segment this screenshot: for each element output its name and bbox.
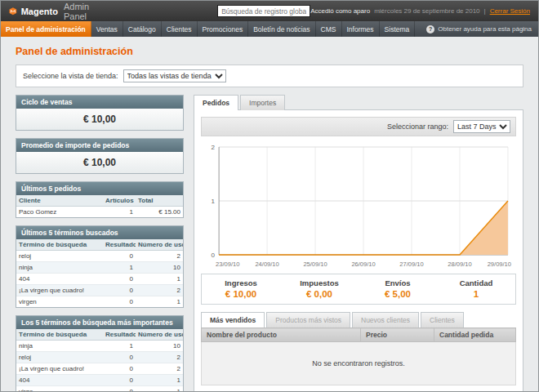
help-link[interactable]: ? Obtener ayuda para esta página: [420, 21, 538, 37]
column-header: Cliente: [16, 195, 103, 207]
cell: 0: [103, 285, 136, 296]
svg-text:24/09/10: 24/09/10: [255, 261, 278, 268]
cell: € 15.00: [136, 207, 183, 218]
cell: virgen: [16, 296, 103, 308]
lifetime-sales-title: Ciclo de ventas: [16, 96, 183, 109]
table-row[interactable]: ¡La virgen que cuadro! 0 2: [16, 285, 183, 296]
stat-ingresos: Ingresos € 10,00: [202, 274, 280, 304]
stat-impuestos: Impuestos € 0,00: [280, 274, 359, 304]
cell: 1: [136, 386, 183, 392]
help-icon: ?: [426, 25, 434, 33]
stat-label: Impuestos: [280, 278, 359, 287]
magento-admin-page: Magento Admin Panel Accedió como aparo m…: [0, 0, 539, 392]
stat-cantidad: Cantidad 1: [437, 274, 515, 304]
last-orders-title: Últimos 5 pedidos: [16, 182, 183, 195]
current-date: miércoles 29 de septiembre de 2010: [374, 7, 479, 15]
top-search-terms-table: Término de búsqueda Resultados Número de…: [16, 329, 183, 392]
table-row[interactable]: ¡La virgen que cuadro! 0 2: [16, 363, 183, 375]
last-search-terms-title: Últimos 5 términos buscados: [16, 226, 183, 239]
last-orders-table: Cliente Artículos Total Paco Gomez 1 € 1…: [16, 195, 183, 217]
logout-link[interactable]: Cerrar Sesión: [490, 7, 530, 15]
cell: 404: [16, 274, 103, 285]
cell: 1: [103, 341, 136, 352]
cell: 0: [103, 386, 136, 392]
help-label: Obtener ayuda para esta página: [438, 25, 532, 33]
brand-name: Magento: [21, 7, 58, 16]
user-area: Accedió como aparo miércoles 29 de septi…: [310, 7, 530, 15]
separator: |: [484, 7, 486, 15]
content-area: Panel de administración Seleccione la vi…: [1, 37, 538, 392]
range-select[interactable]: Last 7 Days: [453, 120, 510, 133]
svg-text:23/09/10: 23/09/10: [216, 261, 239, 268]
svg-text:1: 1: [212, 198, 216, 205]
range-label: Seleccionar rango:: [387, 122, 448, 131]
column-header: Número de usos: [136, 329, 183, 341]
nav-item-catalogo[interactable]: Catálogo: [123, 21, 162, 37]
svg-text:26/09/10: 26/09/10: [351, 261, 375, 268]
svg-text:27/09/10: 27/09/10: [399, 261, 423, 268]
logged-in-text: Accedió como aparo: [310, 7, 370, 15]
column-header: Precio: [361, 328, 434, 342]
last-search-terms-table: Término de búsqueda Resultados Número de…: [16, 239, 183, 307]
tab-importes[interactable]: Importes: [240, 95, 285, 110]
nav-item-panel-administracion[interactable]: Panel de administración: [1, 21, 91, 37]
tab-mas-vendidos[interactable]: Más vendidos: [201, 312, 265, 327]
stat-label: Cantidad: [437, 278, 515, 287]
stat-value: 1: [437, 289, 515, 299]
nav-item-ventas[interactable]: Ventas: [91, 21, 123, 37]
column-header: Término de búsqueda: [16, 329, 103, 341]
dashboard-left-column: Ciclo de ventas € 10,00 Promedio de impo…: [16, 95, 184, 392]
chart-panel: Seleccionar rango: Last 7 Days 01223/09/…: [194, 109, 523, 392]
store-switcher: Seleccione la vista de tienda: Todas las…: [16, 65, 523, 87]
nav-item-cms[interactable]: CMS: [316, 21, 342, 37]
table-row[interactable]: 404 0 1: [16, 375, 183, 386]
cell: 2: [136, 285, 183, 296]
column-header: Resultados: [103, 239, 136, 251]
column-header: Resultados: [103, 329, 136, 341]
nav-item-promociones[interactable]: Promociones: [198, 21, 249, 37]
tab-nuevos-clientes[interactable]: Nuevos clientes: [352, 312, 419, 327]
table-row[interactable]: Paco Gomez 1 € 15.00: [16, 207, 183, 218]
top-search-terms-panel: Los 5 términos de búsqueda más important…: [16, 315, 184, 392]
table-row[interactable]: virge 0 1: [16, 386, 183, 392]
store-view-select[interactable]: Todas las vistas de tienda: [123, 69, 226, 82]
cell: 10: [136, 262, 183, 274]
brand-suffix: Admin Panel: [64, 2, 96, 21]
table-row[interactable]: reloj 0 2: [16, 352, 183, 363]
nav-item-clientes[interactable]: Clientes: [162, 21, 198, 37]
tab-productos-mas-vistos[interactable]: Productos más vistos: [266, 312, 350, 327]
table-row[interactable]: ninja 1 10: [16, 341, 183, 352]
tab-clientes[interactable]: Clientes: [421, 312, 464, 327]
cell: 0: [103, 363, 136, 375]
cell: 1: [103, 207, 136, 218]
magento-logo[interactable]: Magento Admin Panel: [9, 2, 96, 21]
chart-tabs: Pedidos Importes: [194, 95, 523, 110]
table-row[interactable]: ninja 1 10: [16, 262, 183, 274]
cell: virge: [16, 386, 103, 392]
svg-text:28/09/10: 28/09/10: [448, 261, 471, 268]
svg-text:0: 0: [212, 252, 216, 259]
column-header: Artículos: [103, 195, 136, 207]
empty-records-message: No se encontraron registros.: [202, 342, 516, 385]
lifetime-sales-panel: Ciclo de ventas € 10,00: [16, 95, 184, 131]
stat-label: Envíos: [359, 278, 437, 287]
stat-envios: Envíos € 5,00: [359, 274, 437, 304]
lifetime-sales-value: € 10,00: [16, 109, 183, 130]
average-orders-panel: Promedio de importe de pedidos € 10,00: [16, 138, 184, 174]
tab-pedidos[interactable]: Pedidos: [194, 95, 238, 110]
range-bar: Seleccionar rango: Last 7 Days: [201, 117, 516, 136]
nav-item-informes[interactable]: Informes: [342, 21, 380, 37]
cell: 0: [103, 375, 136, 386]
cell: 10: [136, 341, 183, 352]
table-row: No se encontraron registros.: [202, 342, 516, 385]
table-row[interactable]: 404 0 1: [16, 274, 183, 285]
totals-bar: Ingresos € 10,00 Impuestos € 0,00 Envíos…: [201, 274, 516, 305]
column-header: Total: [136, 195, 183, 207]
nav-item-sistema[interactable]: Sistema: [380, 21, 416, 37]
cell: 0: [103, 296, 136, 308]
global-search-input[interactable]: [217, 5, 310, 17]
nav-item-boletin[interactable]: Boletín de noticias: [248, 21, 315, 37]
table-row[interactable]: virgen 0 1: [16, 296, 183, 308]
cell: 404: [16, 375, 103, 386]
table-row[interactable]: reloj 0 2: [16, 251, 183, 262]
